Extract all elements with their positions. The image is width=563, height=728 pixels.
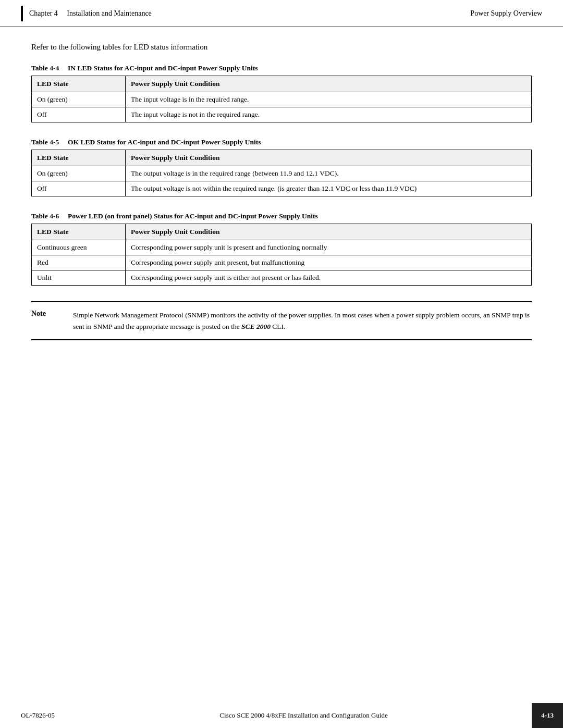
chapter-num: Chapter 4: [29, 9, 58, 17]
footer-page-num: 4-13: [532, 703, 563, 728]
table-4-5-caption: Table 4-5 OK LED Status for AC-input and…: [31, 138, 532, 146]
table-4-4: LED State Power Supply Unit Condition On…: [31, 76, 532, 122]
table-row: Red Corresponding power supply unit pres…: [32, 255, 532, 270]
table-4-6-section: Table 4-6 Power LED (on front panel) Sta…: [31, 212, 532, 286]
col-led-state-2: LED State: [32, 224, 126, 240]
page-footer: OL-7826-05 Cisco SCE 2000 4/8xFE Install…: [0, 703, 563, 728]
page-header: Chapter 4 Installation and Maintenance P…: [0, 0, 563, 27]
note-text-part2: CLI.: [271, 323, 286, 330]
table-row: Continuous green Corresponding power sup…: [32, 240, 532, 255]
table-row: On (green) The input voltage is in the r…: [32, 92, 532, 107]
cell: Off: [32, 107, 126, 122]
cell: The input voltage is not in the required…: [126, 107, 532, 122]
main-content: Refer to the following tables for LED st…: [0, 27, 563, 361]
cell: Corresponding power supply unit present,…: [126, 255, 532, 270]
table-row: Off The output voltage is not within the…: [32, 181, 532, 196]
note-box: Note Simple Network Management Protocol …: [31, 301, 532, 340]
cell: On (green): [32, 166, 126, 181]
cell: Off: [32, 181, 126, 196]
table-caption-text: Power LED (on front panel) Status for AC…: [68, 212, 318, 220]
cell: On (green): [32, 92, 126, 107]
col-led-state-1: LED State: [32, 150, 126, 166]
note-text-bold: SCE 2000: [241, 323, 271, 330]
col-condition-1: Power Supply Unit Condition: [126, 150, 532, 166]
note-content: Simple Network Management Protocol (SNMP…: [73, 310, 532, 332]
col-condition-0: Power Supply Unit Condition: [126, 76, 532, 92]
cell: Unlit: [32, 270, 126, 286]
table-4-4-caption: Table 4-4 IN LED Status for AC-input and…: [31, 64, 532, 72]
cell: The output voltage is not within the req…: [126, 181, 532, 196]
footer-title: Cisco SCE 2000 4/8xFE Installation and C…: [76, 711, 532, 720]
chapter-section: Installation and Maintenance: [67, 9, 152, 17]
note-label: Note: [31, 310, 63, 332]
cell: Corresponding power supply unit is eithe…: [126, 270, 532, 286]
table-row: Off The input voltage is not in the requ…: [32, 107, 532, 122]
header-right-text: Power Supply Overview: [470, 9, 542, 18]
table-num: Table 4-5: [31, 138, 59, 146]
col-condition-2: Power Supply Unit Condition: [126, 224, 532, 240]
table-row: On (green) The output voltage is in the …: [32, 166, 532, 181]
cell: The input voltage is in the required ran…: [126, 92, 532, 107]
table-4-5: LED State Power Supply Unit Condition On…: [31, 150, 532, 196]
cell: The output voltage is in the required ra…: [126, 166, 532, 181]
table-row: Unlit Corresponding power supply unit is…: [32, 270, 532, 286]
table-caption-text: OK LED Status for AC-input and DC-input …: [68, 138, 261, 146]
chapter-label: Chapter 4 Installation and Maintenance: [29, 9, 152, 18]
cell: Red: [32, 255, 126, 270]
table-4-6-caption: Table 4-6 Power LED (on front panel) Sta…: [31, 212, 532, 220]
table-num: Table 4-4: [31, 64, 59, 72]
header-bar: [21, 6, 23, 21]
cell: Continuous green: [32, 240, 126, 255]
table-num: Table 4-6: [31, 212, 59, 220]
cell: Corresponding power supply unit is prese…: [126, 240, 532, 255]
table-caption-text: IN LED Status for AC-input and DC-input …: [68, 64, 258, 72]
table-4-5-section: Table 4-5 OK LED Status for AC-input and…: [31, 138, 532, 196]
note-text-part1: Simple Network Management Protocol (SNMP…: [73, 311, 530, 330]
table-4-4-section: Table 4-4 IN LED Status for AC-input and…: [31, 64, 532, 122]
col-led-state-0: LED State: [32, 76, 126, 92]
table-4-6: LED State Power Supply Unit Condition Co…: [31, 224, 532, 286]
intro-paragraph: Refer to the following tables for LED st…: [31, 43, 532, 52]
footer-doc-num: OL-7826-05: [0, 711, 76, 720]
